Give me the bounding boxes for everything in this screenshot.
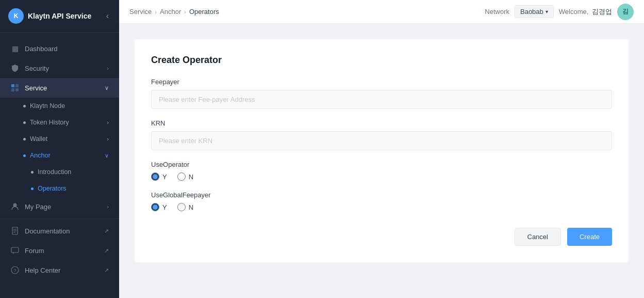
breadcrumb-operators: Operators: [189, 8, 219, 15]
external-link-icon: ↗: [104, 247, 109, 254]
dot-icon: [23, 121, 26, 124]
sidebar-item-introduction[interactable]: Introduction: [0, 164, 119, 180]
sidebar-item-label: Forum: [25, 247, 44, 255]
dot-icon: [23, 154, 26, 157]
sidebar-item-security[interactable]: Security ›: [0, 58, 119, 78]
sidebar-item-anchor[interactable]: Anchor ∨: [0, 147, 119, 164]
radio-y-label: Y: [162, 203, 167, 211]
sidebar-item-dashboard[interactable]: ▦ Dashboard: [0, 39, 119, 58]
sidebar-item-token-history[interactable]: Token History ›: [0, 114, 119, 131]
create-button[interactable]: Create: [567, 228, 612, 246]
avatar[interactable]: 김: [617, 4, 634, 20]
use-operator-label: UseOperator: [151, 161, 612, 168]
svg-rect-1: [15, 84, 19, 87]
logo-text: Klaytn API Service: [28, 12, 91, 20]
network-value: Baobab: [520, 8, 543, 15]
svg-rect-0: [11, 84, 14, 87]
use-global-feepayer-radio-row: Y N: [151, 203, 612, 211]
feepayer-input[interactable]: [151, 90, 612, 109]
form-title: Create Operator: [151, 55, 612, 66]
chevron-right-icon: ›: [107, 65, 109, 71]
chevron-right-icon: ›: [107, 119, 109, 126]
use-operator-n-option[interactable]: N: [177, 172, 193, 181]
use-operator-group: UseOperator Y N: [151, 161, 612, 181]
chevron-right-icon: ›: [107, 203, 109, 210]
breadcrumb: Service › Anchor › Operators: [129, 8, 219, 15]
use-operator-y-option[interactable]: Y: [151, 172, 167, 181]
breadcrumb-sep-1: ›: [155, 9, 157, 15]
sidebar-item-label: Anchor: [30, 152, 51, 159]
sidebar-item-label: Operators: [38, 185, 67, 192]
form-actions: Cancel Create: [151, 228, 612, 246]
krn-group: KRN: [151, 119, 612, 150]
chevron-down-icon: ▾: [546, 9, 548, 14]
radio-n-label: N: [189, 203, 193, 211]
use-operator-n-radio[interactable]: [177, 172, 186, 181]
nav-divider: [0, 218, 119, 219]
network-dropdown[interactable]: Baobab ▾: [515, 5, 554, 18]
svg-text:?: ?: [14, 268, 16, 273]
sidebar-item-service[interactable]: Service ∨: [0, 78, 119, 98]
network-label: Network: [485, 8, 509, 15]
sidebar-item-label: Help Center: [25, 266, 60, 274]
sidebar-item-label: Documentation: [25, 227, 70, 235]
sidebar-item-mypage[interactable]: My Page ›: [0, 197, 119, 216]
sidebar-item-label: Service: [25, 84, 47, 92]
content-area: Create Operator Feepayer KRN UseOperator…: [119, 24, 644, 298]
svg-rect-2: [11, 88, 14, 91]
sidebar-item-documentation[interactable]: Documentation ↗: [0, 221, 119, 241]
sidebar-logo: K Klaytn API Service ‹: [0, 0, 119, 33]
feepayer-label: Feepayer: [151, 78, 612, 86]
sidebar-item-forum[interactable]: Forum ↗: [0, 241, 119, 260]
help-icon: ?: [10, 265, 20, 275]
sidebar: K Klaytn API Service ‹ ▦ Dashboard Secur…: [0, 0, 119, 298]
use-global-feepayer-n-radio[interactable]: [177, 203, 186, 211]
sidebar-nav: ▦ Dashboard Security › Service ∨: [0, 33, 119, 298]
sidebar-item-label: Introduction: [38, 168, 71, 176]
krn-label: KRN: [151, 119, 612, 127]
krn-input[interactable]: [151, 131, 612, 150]
sidebar-item-wallet[interactable]: Wallet ›: [0, 131, 119, 147]
use-global-feepayer-label: UseGlobalFeepayer: [151, 191, 612, 199]
sidebar-item-label: My Page: [25, 203, 51, 211]
sidebar-item-label: Wallet: [30, 135, 47, 143]
sidebar-item-klaytn-node[interactable]: Klaytn Node: [0, 98, 119, 114]
use-global-feepayer-y-radio[interactable]: [151, 203, 159, 211]
create-operator-form: Create Operator Feepayer KRN UseOperator…: [135, 39, 629, 262]
sidebar-collapse-button[interactable]: ‹: [104, 9, 111, 23]
use-global-feepayer-group: UseGlobalFeepayer Y N: [151, 191, 612, 211]
breadcrumb-sep-2: ›: [184, 9, 186, 15]
sidebar-item-operators[interactable]: Operators: [0, 180, 119, 197]
service-icon: [10, 83, 20, 92]
security-icon: [10, 64, 20, 73]
dot-icon: [23, 138, 26, 140]
external-link-icon: ↗: [104, 228, 109, 234]
sidebar-item-label: Token History: [30, 119, 69, 126]
chevron-down-icon: ∨: [105, 85, 109, 91]
logo-icon: K: [8, 8, 24, 24]
header-right: Network Baobab ▾ Welcome, 김경업 김: [485, 4, 634, 20]
use-operator-y-radio[interactable]: [151, 172, 159, 181]
cancel-button[interactable]: Cancel: [515, 228, 561, 246]
svg-rect-9: [11, 247, 19, 253]
chevron-down-icon: ∨: [105, 152, 109, 159]
radio-y-label: Y: [162, 173, 167, 181]
use-global-feepayer-y-option[interactable]: Y: [151, 203, 167, 211]
sidebar-item-help-center[interactable]: ? Help Center ↗: [0, 260, 119, 280]
forum-icon: [10, 246, 20, 255]
welcome-text: Welcome, 김경업: [559, 7, 612, 17]
breadcrumb-anchor[interactable]: Anchor: [160, 8, 181, 15]
main-area: Service › Anchor › Operators Network Bao…: [119, 0, 644, 298]
breadcrumb-service[interactable]: Service: [129, 8, 152, 15]
dot-icon: [23, 105, 26, 107]
external-link-icon: ↗: [104, 267, 109, 274]
svg-rect-3: [15, 88, 19, 91]
chevron-right-icon: ›: [107, 136, 109, 142]
use-operator-radio-row: Y N: [151, 172, 612, 181]
use-global-feepayer-n-option[interactable]: N: [177, 203, 193, 211]
sidebar-item-label: Security: [25, 65, 49, 72]
dashboard-icon: ▦: [10, 44, 20, 53]
radio-n-label: N: [189, 173, 193, 181]
documentation-icon: [10, 226, 20, 236]
mypage-icon: [10, 202, 20, 211]
